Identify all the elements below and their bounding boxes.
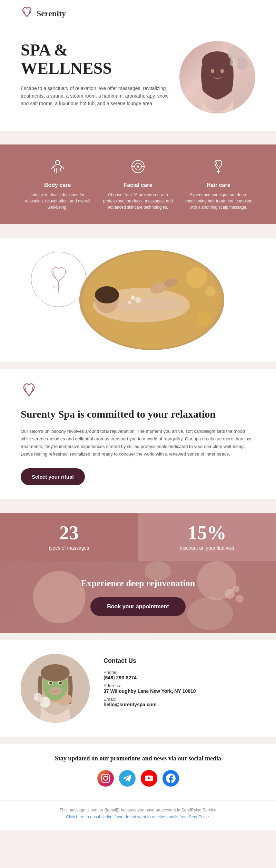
rose-circle	[31, 252, 86, 307]
hair-care-icon	[182, 158, 255, 178]
body-care-icon	[21, 158, 94, 178]
svg-point-44	[41, 664, 70, 681]
massage-image-section	[0, 238, 276, 362]
rejuvenation-section: Experience deep rejuvenation Book your a…	[0, 561, 276, 633]
body-care-title: Body care	[21, 182, 94, 188]
social-icons	[21, 770, 255, 787]
svg-point-42	[59, 682, 62, 684]
instagram-icon[interactable]	[97, 770, 114, 787]
facial-care-desc: Choose from 16 procedures with professio…	[101, 192, 175, 210]
social-section: Stay updated on our promotions and news …	[0, 744, 276, 800]
email-label: Email:	[103, 697, 255, 702]
hero-left: SPA &WELLNESS Escape to a sanctuary of r…	[21, 41, 169, 108]
hero-image-placeholder	[179, 41, 255, 113]
stat-massages: 23 types of massages	[0, 513, 138, 561]
book-appointment-button[interactable]: Book your appointment	[90, 597, 186, 616]
stat-massages-number: 23	[10, 523, 128, 542]
philosophy-description: Our salon's philosophy revolves around t…	[21, 428, 255, 458]
body-care-desc: Indulge in rituals designed for relaxati…	[21, 192, 94, 210]
contact-title: Contact Us	[103, 657, 255, 665]
svg-point-28	[205, 286, 216, 297]
hero-section: SPA &WELLNESS Escape to a sanctuary of r…	[0, 27, 276, 131]
stat-discount-label: discount on your first visit	[148, 545, 266, 551]
unsubscribe-link[interactable]: Click here to unsubscribe if you do not …	[21, 815, 255, 819]
facial-care-title: Facial care	[101, 182, 175, 188]
svg-point-41	[49, 682, 52, 684]
svg-point-27	[197, 312, 210, 326]
service-facial-care: Facial care Choose from 16 procedures wi…	[101, 158, 175, 210]
svg-point-26	[186, 267, 207, 288]
philosophy-logo-icon	[21, 383, 255, 400]
svg-point-4	[220, 69, 224, 73]
phone-value: (646) 293-8274	[103, 675, 255, 680]
svg-point-24	[131, 296, 135, 300]
philosophy-title: Surenty Spa is committed to your relaxat…	[21, 407, 255, 421]
footer: This message is sent to {{email}} becaus…	[0, 800, 276, 830]
svg-point-25	[128, 301, 131, 304]
svg-point-47	[34, 693, 42, 701]
contact-section: Contact Us Phone: (646) 293-8274 Address…	[0, 640, 276, 737]
facebook-icon[interactable]	[162, 770, 179, 787]
logo-icon	[21, 7, 33, 20]
hair-care-desc: Experience our signature deep-conditioni…	[182, 192, 255, 210]
stats-section: 23 types of massages 15% discount on you…	[0, 513, 276, 633]
stat-discount: 15% discount on your first visit	[138, 513, 276, 561]
svg-point-3	[211, 69, 214, 73]
services-section: Body care Indulge in rituals designed fo…	[0, 144, 276, 224]
svg-point-49	[103, 776, 108, 780]
svg-point-32	[145, 561, 171, 581]
stats-top: 23 types of massages 15% discount on you…	[0, 513, 276, 561]
svg-rect-48	[101, 774, 109, 782]
social-title: Stay updated on our promotions and news …	[21, 754, 255, 763]
service-body-care: Body care Indulge in rituals designed fo…	[21, 158, 94, 210]
service-hair-care: Hair care Experience our signature deep-…	[182, 158, 255, 210]
address-label: Address:	[103, 683, 255, 688]
select-ritual-button[interactable]: Select your ritual	[21, 468, 85, 485]
brand-name: Serenity	[37, 9, 66, 18]
svg-point-20	[95, 286, 119, 303]
facial-care-icon	[101, 158, 175, 178]
hero-title: SPA &WELLNESS	[21, 41, 169, 78]
hero-description: Escape to a sanctuary of relaxation. We …	[21, 84, 169, 108]
youtube-icon[interactable]	[141, 770, 157, 787]
philosophy-section: Surenty Spa is committed to your relaxat…	[0, 369, 276, 499]
massage-photo	[79, 250, 224, 350]
contact-image	[21, 654, 90, 723]
address-value: 37 Willoughby Lane New York, NY 10010	[103, 688, 255, 694]
telegram-icon[interactable]	[119, 770, 136, 787]
footer-message: This message is sent to {{email}} becaus…	[21, 808, 255, 812]
stat-massages-label: types of massages	[10, 545, 128, 551]
stat-discount-number: 15%	[148, 523, 266, 542]
phone-label: Phone:	[103, 670, 255, 675]
hero-image	[179, 41, 255, 113]
svg-point-50	[107, 775, 108, 777]
svg-point-43	[49, 687, 61, 695]
svg-point-23	[135, 297, 141, 303]
svg-point-8	[56, 160, 60, 164]
hair-care-title: Hair care	[182, 182, 255, 188]
svg-point-7	[230, 59, 238, 67]
rejuvenation-title: Experience deep rejuvenation	[21, 578, 255, 589]
contact-info: Contact Us Phone: (646) 293-8274 Address…	[103, 654, 255, 710]
svg-point-11	[137, 166, 139, 168]
email-value: hello@surentyspa.com	[103, 702, 255, 707]
header: Serenity	[0, 0, 276, 27]
